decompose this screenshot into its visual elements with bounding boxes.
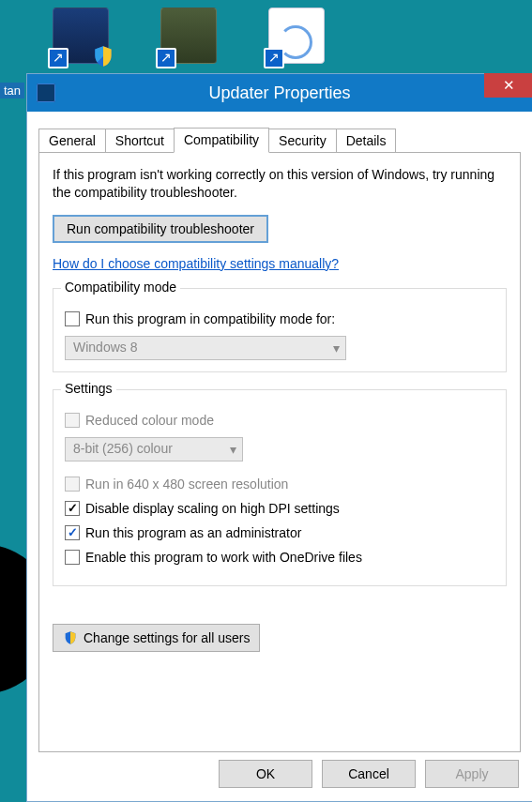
window-title: Updater Properties [65, 83, 494, 103]
change-settings-all-users-label: Change settings for all users [84, 630, 250, 645]
tab-general[interactable]: General [38, 129, 106, 152]
tab-security[interactable]: Security [268, 129, 337, 152]
checkbox-compat-mode[interactable] [65, 311, 80, 326]
apply-button: Apply [425, 760, 519, 788]
checkbox-disable-dpi-scaling-label: Disable display scaling on high DPI sett… [85, 501, 340, 516]
run-troubleshooter-button[interactable]: Run compatibility troubleshooter [53, 215, 268, 243]
uac-shield-icon [63, 630, 78, 645]
checkbox-reduced-colour-label: Reduced colour mode [85, 413, 214, 428]
shortcut-overlay-icon [264, 48, 284, 68]
compat-intro-text: If this program isn't working correctly … [53, 166, 507, 202]
tab-compatibility[interactable]: Compatibility [174, 128, 269, 153]
checkbox-run-640x480-label: Run in 640 x 480 screen resolution [85, 477, 288, 492]
dialog-button-row: OK Cancel Apply [219, 760, 519, 788]
tab-panel-compatibility: If this program isn't working correctly … [38, 152, 521, 752]
chevron-down-icon: ▾ [230, 442, 236, 457]
chevron-down-icon: ▾ [333, 340, 340, 356]
checkbox-onedrive[interactable] [65, 550, 80, 565]
checkbox-onedrive-label: Enable this program to work with OneDriv… [85, 550, 362, 565]
cancel-button[interactable]: Cancel [322, 760, 416, 788]
checkbox-run-as-admin[interactable] [65, 525, 80, 540]
checkbox-compat-mode-label: Run this program in compatibility mode f… [85, 311, 335, 326]
window-icon [37, 83, 55, 102]
tab-strip: General Shortcut Compatibility Security … [38, 129, 521, 152]
titlebar[interactable]: Updater Properties ✕ [27, 74, 532, 112]
desktop-shortcut-3[interactable] [268, 8, 325, 64]
group-settings-legend: Settings [61, 381, 116, 396]
desktop-shortcut-2[interactable] [160, 8, 217, 64]
compat-help-link[interactable]: How do I choose compatibility settings m… [53, 256, 339, 271]
uac-shield-icon [91, 44, 115, 68]
ok-button[interactable]: OK [219, 760, 312, 788]
shortcut-overlay-icon [48, 48, 68, 68]
checkbox-run-as-admin-label: Run this program as an administrator [85, 525, 301, 540]
shortcut-overlay-icon [156, 48, 176, 68]
group-settings: Settings Reduced colour mode 8-bit (256)… [53, 389, 507, 586]
close-button[interactable]: ✕ [484, 73, 532, 98]
checkbox-disable-dpi-scaling[interactable] [65, 501, 80, 516]
change-settings-all-users-button[interactable]: Change settings for all users [53, 624, 260, 652]
combo-compat-os: Windows 8 ▾ [65, 336, 346, 360]
group-compat-mode-legend: Compatibility mode [61, 280, 180, 295]
desktop-icon-label-fragment: tan [0, 83, 24, 98]
checkbox-run-640x480 [65, 477, 80, 492]
combo-colour-mode-value: 8-bit (256) colour [73, 441, 173, 456]
combo-colour-mode: 8-bit (256) colour ▾ [65, 437, 243, 462]
group-compat-mode: Compatibility mode Run this program in c… [53, 288, 507, 372]
combo-compat-os-value: Windows 8 [73, 340, 137, 355]
desktop-icons [0, 0, 532, 64]
properties-window: Updater Properties ✕ General Shortcut Co… [26, 73, 532, 802]
checkbox-reduced-colour [65, 413, 80, 428]
desktop-shortcut-1[interactable] [53, 8, 109, 64]
tab-shortcut[interactable]: Shortcut [105, 129, 175, 152]
tab-details[interactable]: Details [336, 129, 397, 152]
